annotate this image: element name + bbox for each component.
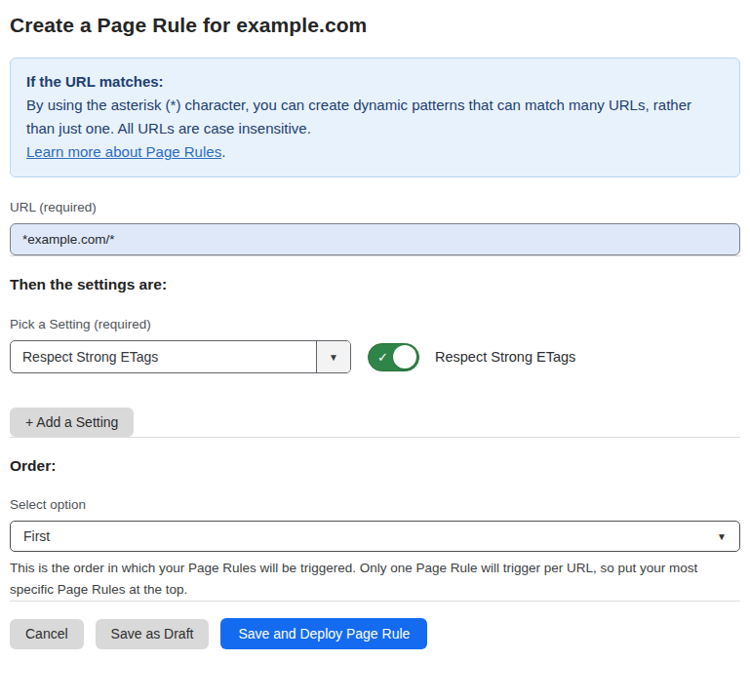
add-setting-button[interactable]: + Add a Setting bbox=[10, 408, 134, 437]
create-page-rule-page: Create a Page Rule for example.com If th… bbox=[0, 0, 750, 665]
settings-heading: Then the settings are: bbox=[10, 276, 740, 293]
order-heading: Order: bbox=[10, 457, 740, 475]
toggle-knob bbox=[393, 345, 416, 369]
page-title: Create a Page Rule for example.com bbox=[10, 14, 740, 37]
chevron-down-icon: ▼ bbox=[717, 531, 727, 542]
section-divider bbox=[10, 437, 740, 438]
select-option-label: Select option bbox=[10, 497, 740, 512]
url-label: URL (required) bbox=[10, 200, 740, 214]
toggle-label: Respect Strong ETags bbox=[435, 349, 575, 365]
order-select[interactable]: First ▼ bbox=[10, 521, 740, 552]
info-box-heading: If the URL matches: bbox=[26, 70, 724, 94]
order-help-text: This is the order in which your Page Rul… bbox=[10, 558, 740, 601]
url-input[interactable] bbox=[10, 223, 740, 255]
save-draft-button[interactable]: Save as Draft bbox=[96, 619, 210, 649]
link-suffix-period: . bbox=[221, 143, 225, 160]
action-buttons-row: Cancel Save as Draft Save and Deploy Pag… bbox=[10, 618, 740, 649]
setting-select[interactable]: Respect Strong ETags ▼ bbox=[10, 340, 351, 373]
setting-row: Respect Strong ETags ▼ ✓ Respect Strong … bbox=[10, 340, 740, 373]
section-divider bbox=[10, 255, 740, 256]
save-deploy-button[interactable]: Save and Deploy Page Rule bbox=[220, 618, 427, 649]
order-select-value: First bbox=[23, 528, 50, 544]
learn-more-link[interactable]: Learn more about Page Rules bbox=[26, 143, 221, 160]
info-box-body: By using the asterisk (*) character, you… bbox=[26, 94, 724, 140]
section-divider bbox=[10, 601, 740, 602]
setting-toggle[interactable]: ✓ bbox=[368, 343, 419, 371]
info-box-link-line: Learn more about Page Rules. bbox=[26, 140, 724, 164]
check-icon: ✓ bbox=[377, 350, 388, 365]
url-match-info-box: If the URL matches: By using the asteris… bbox=[10, 58, 740, 177]
pick-setting-label: Pick a Setting (required) bbox=[10, 317, 740, 331]
cancel-button[interactable]: Cancel bbox=[10, 619, 84, 649]
chevron-down-icon[interactable]: ▼ bbox=[316, 341, 350, 372]
setting-select-value: Respect Strong ETags bbox=[11, 341, 316, 372]
